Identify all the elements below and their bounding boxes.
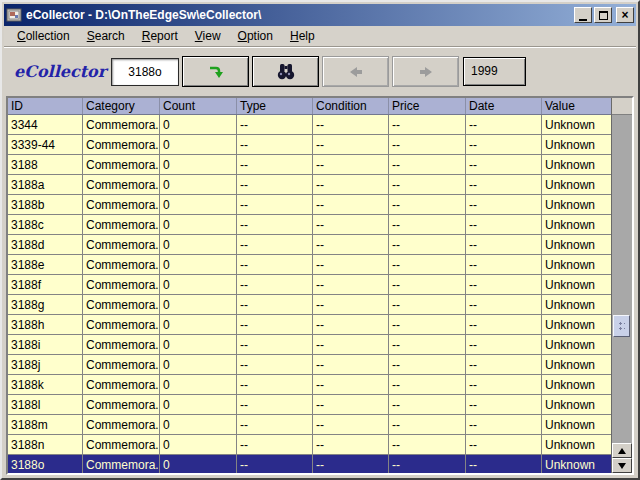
table-cell: --: [389, 275, 466, 294]
find-button[interactable]: [252, 56, 319, 87]
right-arrow-icon: [418, 65, 434, 79]
table-cell: --: [313, 135, 389, 154]
year-field[interactable]: 1999: [463, 57, 526, 86]
table-cell: --: [466, 215, 542, 234]
table-cell: Unknown: [542, 275, 611, 294]
table-cell: --: [389, 255, 466, 274]
column-header-id[interactable]: ID: [8, 98, 83, 114]
table-row[interactable]: 3188gCommemora...0--------Unknown: [8, 295, 611, 315]
table-cell: Unknown: [542, 435, 611, 454]
menu-bar: CollectionSearchReportViewOptionHelp: [4, 26, 636, 47]
scrollbar-up-button[interactable]: [612, 443, 632, 458]
table-row[interactable]: 3188cCommemora...0--------Unknown: [8, 215, 611, 235]
app-window: eCollector - D:\OnTheEdgeSw\eCollector\ …: [0, 0, 640, 480]
table-cell: Commemora...: [83, 115, 160, 134]
column-header-category[interactable]: Category: [83, 98, 160, 114]
window-title: eCollector - D:\OnTheEdgeSw\eCollector\: [26, 8, 572, 22]
column-header-count[interactable]: Count: [160, 98, 237, 114]
previous-button[interactable]: [322, 56, 389, 87]
grid-main: IDCategoryCountTypeConditionPriceDateVal…: [8, 98, 611, 473]
table-cell: --: [466, 175, 542, 194]
table-cell: --: [313, 255, 389, 274]
table-cell: --: [466, 315, 542, 334]
column-header-value[interactable]: Value: [542, 98, 611, 114]
table-row[interactable]: 3188jCommemora...0--------Unknown: [8, 355, 611, 375]
table-cell: --: [237, 195, 313, 214]
scrollbar-down-button[interactable]: [612, 458, 632, 473]
menu-item-collection[interactable]: Collection: [10, 27, 77, 45]
table-row[interactable]: 3339-44Commemora...0--------Unknown: [8, 135, 611, 155]
table-row[interactable]: 3188lCommemora...0--------Unknown: [8, 395, 611, 415]
next-button[interactable]: [392, 56, 459, 87]
go-button[interactable]: [182, 56, 249, 87]
table-cell: Unknown: [542, 175, 611, 194]
table-cell: --: [313, 215, 389, 234]
table-cell: --: [313, 335, 389, 354]
table-cell: --: [466, 255, 542, 274]
table-cell: 0: [160, 195, 237, 214]
table-row[interactable]: 3188nCommemora...0--------Unknown: [8, 435, 611, 455]
column-header-price[interactable]: Price: [389, 98, 466, 114]
scrollbar-track[interactable]: [612, 115, 632, 443]
table-cell: --: [466, 415, 542, 434]
table-row-selected[interactable]: 3188oCommemora...0--------Unknown: [8, 455, 611, 473]
table-cell: --: [389, 415, 466, 434]
table-cell: Unknown: [542, 415, 611, 434]
table-cell: --: [389, 195, 466, 214]
table-cell: 3188d: [8, 235, 83, 254]
column-header-condition[interactable]: Condition: [313, 98, 389, 114]
table-row[interactable]: 3188bCommemora...0--------Unknown: [8, 195, 611, 215]
table-row[interactable]: 3188eCommemora...0--------Unknown: [8, 255, 611, 275]
table-cell: --: [466, 235, 542, 254]
maximize-button[interactable]: [594, 7, 612, 23]
table-cell: 0: [160, 355, 237, 374]
id-search-input[interactable]: [111, 58, 179, 86]
table-cell: --: [313, 415, 389, 434]
minimize-button[interactable]: [574, 7, 592, 23]
table-cell: 3188f: [8, 275, 83, 294]
menu-item-search[interactable]: Search: [80, 27, 132, 45]
table-cell: --: [389, 435, 466, 454]
table-cell: --: [313, 235, 389, 254]
table-row[interactable]: 3188iCommemora...0--------Unknown: [8, 335, 611, 355]
up-arrow-icon: [618, 448, 626, 454]
table-row[interactable]: 3188kCommemora...0--------Unknown: [8, 375, 611, 395]
column-header-date[interactable]: Date: [466, 98, 542, 114]
app-icon[interactable]: [6, 7, 22, 23]
table-row[interactable]: 3188mCommemora...0--------Unknown: [8, 415, 611, 435]
minimize-icon: [579, 19, 587, 21]
table-cell: 0: [160, 155, 237, 174]
table-cell: 0: [160, 455, 237, 473]
menu-item-report[interactable]: Report: [135, 27, 185, 45]
table-cell: --: [313, 435, 389, 454]
close-button[interactable]: ×: [616, 7, 634, 23]
table-row[interactable]: 3188Commemora...0--------Unknown: [8, 155, 611, 175]
table-cell: 0: [160, 335, 237, 354]
table-cell: --: [313, 315, 389, 334]
table-row[interactable]: 3344Commemora...0--------Unknown: [8, 115, 611, 135]
table-cell: Commemora...: [83, 395, 160, 414]
menu-item-option[interactable]: Option: [231, 27, 280, 45]
column-header-type[interactable]: Type: [237, 98, 313, 114]
table-row[interactable]: 3188hCommemora...0--------Unknown: [8, 315, 611, 335]
table-cell: 3188h: [8, 315, 83, 334]
maximize-icon: [599, 11, 608, 20]
table-cell: Commemora...: [83, 335, 160, 354]
table-row[interactable]: 3188fCommemora...0--------Unknown: [8, 275, 611, 295]
table-cell: --: [389, 455, 466, 473]
menu-item-help[interactable]: Help: [283, 27, 322, 45]
table-cell: --: [237, 215, 313, 234]
table-cell: Unknown: [542, 195, 611, 214]
scrollbar-thumb[interactable]: [613, 315, 630, 337]
table-cell: --: [313, 175, 389, 194]
table-cell: Unknown: [542, 295, 611, 314]
table-cell: Commemora...: [83, 155, 160, 174]
table-row[interactable]: 3188aCommemora...0--------Unknown: [8, 175, 611, 195]
table-row[interactable]: 3188dCommemora...0--------Unknown: [8, 235, 611, 255]
down-arrow-icon: [618, 463, 626, 469]
menu-item-view[interactable]: View: [188, 27, 228, 45]
table-cell: --: [466, 375, 542, 394]
table-cell: 0: [160, 315, 237, 334]
table-cell: 3188c: [8, 215, 83, 234]
table-cell: Commemora...: [83, 135, 160, 154]
